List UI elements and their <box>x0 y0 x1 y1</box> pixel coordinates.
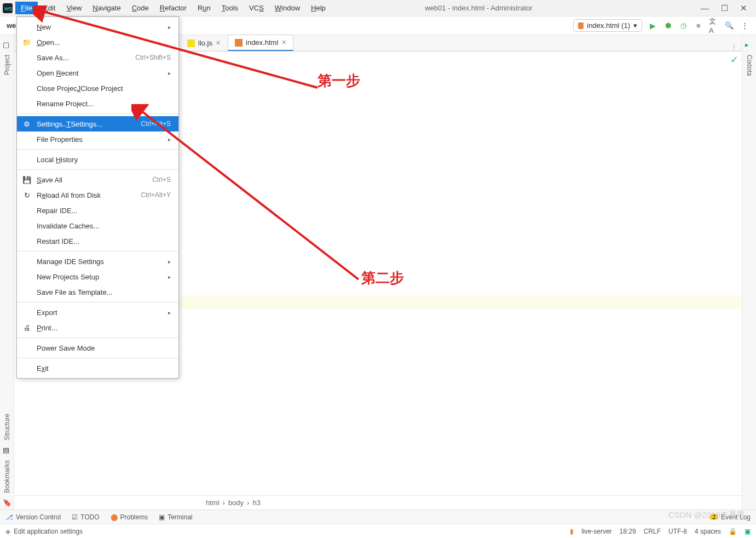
structure-tool-label[interactable]: Structure <box>3 414 11 440</box>
problems-tool[interactable]: ⬤Problems <box>111 513 148 521</box>
more-icon[interactable]: ⋮ <box>740 21 749 31</box>
menu-item-local-history[interactable]: Local History <box>17 152 178 167</box>
close-icon[interactable]: ✕ <box>216 39 221 47</box>
project-tool-label[interactable]: Project <box>3 55 11 75</box>
stop-button[interactable]: ■ <box>694 21 703 31</box>
menu-item-invalidate-caches-[interactable]: Invalidate Caches... <box>17 218 178 233</box>
print-icon: 🖨 <box>22 323 31 332</box>
menu-item-reload-all-from-disk[interactable]: ↻Reload All from DiskCtrl+Alt+Y <box>17 187 178 203</box>
status-bar: ◈ Edit application settings ▮live-server… <box>0 524 756 538</box>
maximize-button[interactable]: ☐ <box>721 3 728 13</box>
close-icon[interactable]: ✕ <box>281 39 286 46</box>
svg-text:WS: WS <box>4 6 13 12</box>
gear-icon: ⚙ <box>22 119 31 128</box>
close-button[interactable]: ✕ <box>740 3 747 13</box>
app-icon: WS <box>0 1 15 16</box>
menu-item-rename-project-[interactable]: Rename Project... <box>17 96 178 111</box>
menu-code[interactable]: Code <box>126 2 154 14</box>
menu-window[interactable]: Window <box>269 2 305 14</box>
menu-edit[interactable]: Edit <box>38 2 61 14</box>
search-button[interactable]: 🔍 <box>724 21 734 31</box>
save-icon: 💾 <box>22 175 31 184</box>
right-tool-rail: ▸ Codota <box>742 35 756 510</box>
menu-item-save-as-[interactable]: Save As...Ctrl+Shift+S <box>17 50 178 65</box>
html-file-icon <box>235 39 243 47</box>
menu-item-new[interactable]: New▸ <box>17 19 178 35</box>
menu-help[interactable]: Help <box>305 2 331 14</box>
chevron-down-icon: ▾ <box>633 21 637 30</box>
status-server[interactable]: live-server <box>581 528 611 535</box>
menu-vcs[interactable]: VCS <box>244 2 269 14</box>
tab-more-icon[interactable]: ⋮ <box>726 43 742 51</box>
bookmarks-tool-icon[interactable]: 🔖 <box>3 499 11 507</box>
menu-item-export[interactable]: Export▸ <box>17 305 178 320</box>
layers-icon[interactable]: ◈ <box>5 528 10 535</box>
translate-icon[interactable]: 文A <box>709 21 719 31</box>
menu-item-settings-[interactable]: ⚙Settings..TSettings...Ctrl+Alt+S <box>17 116 178 131</box>
menu-item-file-properties[interactable]: File Properties▸ <box>17 131 178 147</box>
menu-item-power-save-mode[interactable]: Power Save Mode <box>17 340 178 356</box>
bookmarks-tool-label[interactable]: Bookmarks <box>3 460 11 493</box>
menu-file[interactable]: File <box>15 2 38 14</box>
menu-navigate[interactable]: Navigate <box>87 2 126 14</box>
codota-label[interactable]: Codota <box>746 55 753 76</box>
breadcrumb-item[interactable]: body <box>228 499 244 507</box>
coverage-button[interactable]: ◷ <box>678 21 688 31</box>
svg-rect-2 <box>187 39 195 47</box>
todo-tool[interactable]: ☑TODO <box>72 513 99 521</box>
menu-item-exit[interactable]: Exit <box>17 360 178 376</box>
menu-item-restart-ide-[interactable]: Restart IDE... <box>17 233 178 249</box>
status-time: 18:29 <box>620 528 636 535</box>
file-menu-popup: New▸📁Open...Save As...Ctrl+Shift+SOpen R… <box>16 16 179 379</box>
status-encoding[interactable]: UTF-8 <box>668 528 687 535</box>
codota-icon[interactable]: ▸ <box>745 41 754 49</box>
tab-llo-js[interactable]: llo.js ✕ <box>180 35 228 51</box>
html-file-icon <box>578 22 584 29</box>
reload-icon: ↻ <box>22 191 31 199</box>
menu-item-close-project[interactable]: Close ProjecJClose Project <box>17 81 178 96</box>
window-controls: ― ☐ ✕ <box>692 3 756 13</box>
structure-tool-icon[interactable]: ▤ <box>3 446 11 455</box>
bottom-toolbar: ⎇Version Control ☑TODO ⬤Problems ▣Termin… <box>0 510 756 524</box>
terminal-tool[interactable]: ▣Terminal <box>159 513 192 521</box>
run-config-selector[interactable]: index.html (1) ▾ <box>573 19 642 32</box>
menu-item-save-file-as-template-[interactable]: Save File as Template... <box>17 284 178 300</box>
breadcrumb-bar: html› body› h3 <box>14 495 742 510</box>
ide-icon[interactable]: ▣ <box>745 528 751 535</box>
tab-label: index.html <box>246 38 278 47</box>
svg-rect-3 <box>235 39 243 47</box>
window-title: web01 - index.html - Administrator <box>331 4 692 12</box>
js-file-icon <box>187 39 195 47</box>
menu-item-new-projects-setup[interactable]: New Projects Setup▸ <box>17 269 178 284</box>
run-button[interactable]: ▶ <box>648 21 657 31</box>
menubar: WS FileEditViewNavigateCodeRefactorRunTo… <box>0 0 756 16</box>
left-tool-rail: ▢ Project Structure ▤ Bookmarks 🔖 <box>0 35 14 510</box>
watermark: CSDN @2018年夏季 <box>668 510 745 520</box>
status-message: Edit application settings <box>14 528 83 535</box>
readonly-icon[interactable]: 🔒 <box>729 528 737 535</box>
menu-item-save-all[interactable]: 💾Save AllCtrl+S <box>17 172 178 187</box>
status-indent[interactable]: 4 spaces <box>695 528 721 535</box>
breadcrumb-item[interactable]: h3 <box>252 499 260 507</box>
menu-item-print-[interactable]: 🖨Print... <box>17 320 178 335</box>
menu-view[interactable]: View <box>61 2 87 14</box>
project-tool-icon[interactable]: ▢ <box>3 41 11 49</box>
menu-item-manage-ide-settings[interactable]: Manage IDE Settings▸ <box>17 254 178 269</box>
menu-item-open-recent[interactable]: Open Recent▸ <box>17 65 178 81</box>
menu-tools[interactable]: Tools <box>216 2 244 14</box>
inspection-ok-icon[interactable]: ✓ <box>730 54 738 66</box>
tab-index-html[interactable]: index.html ✕ <box>228 35 293 51</box>
minimize-button[interactable]: ― <box>701 3 709 13</box>
debug-button[interactable]: ⬢ <box>663 21 673 31</box>
run-config-label: index.html (1) <box>587 21 630 30</box>
menu-run[interactable]: Run <box>192 2 216 14</box>
breadcrumb-item[interactable]: html <box>206 499 220 507</box>
tab-label: llo.js <box>198 39 212 47</box>
menu-item-repair-ide-[interactable]: Repair IDE... <box>17 203 178 218</box>
menu-refactor[interactable]: Refactor <box>154 2 192 14</box>
version-control-tool[interactable]: ⎇Version Control <box>5 513 61 521</box>
status-line-sep[interactable]: CRLF <box>644 528 661 535</box>
menu-item-open-[interactable]: 📁Open... <box>17 35 178 50</box>
folder-icon: 📁 <box>22 38 31 47</box>
